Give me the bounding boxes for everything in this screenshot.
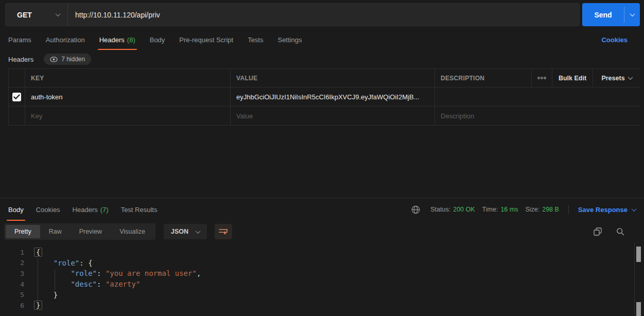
- presets-label: Presets: [601, 75, 624, 82]
- send-button-label: Send: [582, 3, 624, 26]
- tab-label: Settings: [277, 36, 302, 44]
- line-number: 3: [0, 270, 24, 277]
- code-line: 5 }: [0, 289, 644, 300]
- format-select[interactable]: JSON: [164, 224, 207, 239]
- method-select[interactable]: GET: [6, 4, 68, 26]
- time-badge[interactable]: Time: 16 ms: [482, 206, 518, 213]
- hidden-headers-label: 7 hidden: [61, 56, 85, 63]
- column-header-description: DESCRIPTION: [434, 69, 531, 87]
- value-placeholder: Value: [236, 112, 253, 120]
- eye-icon: [50, 57, 58, 62]
- headers-section-bar: Headers 7 hidden: [0, 50, 644, 68]
- response-tab-cookies[interactable]: Cookies: [36, 198, 60, 221]
- size-value: 298 B: [542, 206, 559, 213]
- code-text: }: [24, 291, 58, 299]
- code-line: 6}: [0, 300, 644, 311]
- tab-label: Headers: [99, 36, 125, 44]
- code-line: 4 "desc": "azerty": [0, 279, 644, 290]
- status-label: Status:: [430, 206, 450, 213]
- view-mode-segmented-control: PrettyRawPreviewVisualize: [4, 223, 155, 240]
- request-tab-body[interactable]: Body: [150, 29, 165, 50]
- code-text: "role": "you are normal user",: [24, 269, 201, 277]
- send-button[interactable]: Send: [582, 3, 640, 26]
- tab-label: Cookies: [36, 206, 60, 214]
- response-tab-test-results[interactable]: Test Results: [121, 198, 158, 221]
- line-number: 5: [0, 291, 24, 299]
- scrollbar-thumb[interactable]: [636, 247, 641, 262]
- new-value-field[interactable]: Value: [230, 107, 434, 125]
- wrap-text-icon: [219, 228, 228, 235]
- size-label: Size:: [525, 206, 539, 213]
- view-tab-visualize[interactable]: Visualize: [111, 225, 154, 238]
- tab-count-badge: (7): [100, 206, 109, 214]
- code-line: 2 "role": {: [0, 258, 644, 269]
- checkmark-icon: [13, 94, 20, 100]
- tab-label: Body: [150, 36, 165, 44]
- presets-button[interactable]: Presets: [593, 69, 640, 87]
- search-button[interactable]: [616, 227, 624, 236]
- request-tab-pre-request-script[interactable]: Pre-request Script: [179, 29, 233, 50]
- status-badge[interactable]: Status: 200 OK: [430, 206, 475, 213]
- tab-label: Pre-request Script: [179, 36, 233, 44]
- chevron-down-icon: [628, 75, 633, 80]
- panel-gap: [0, 126, 644, 198]
- code-text: }: [24, 301, 42, 309]
- hidden-headers-toggle[interactable]: 7 hidden: [44, 54, 91, 65]
- headers-section-title: Headers: [8, 56, 33, 63]
- tab-label: Headers: [73, 206, 98, 214]
- fold-marker-icon[interactable]: {: [34, 248, 42, 257]
- save-response-button[interactable]: Save Response: [578, 206, 638, 214]
- new-key-field[interactable]: Key: [25, 107, 230, 125]
- copy-button[interactable]: [594, 227, 602, 236]
- response-tab-bar: BodyCookiesHeaders(7)Test Results Status…: [0, 198, 644, 221]
- select-all-cell: [9, 69, 25, 87]
- code-line: 1{: [0, 247, 644, 258]
- headers-table-header: KEY VALUE DESCRIPTION Bulk Edit Presets: [9, 69, 640, 87]
- cookies-link[interactable]: Cookies: [601, 36, 628, 44]
- request-tab-headers[interactable]: Headers(8): [99, 29, 135, 50]
- tab-label: Tests: [248, 36, 263, 44]
- url-input[interactable]: [68, 4, 579, 26]
- copy-icon: [594, 227, 602, 236]
- more-options-button[interactable]: [531, 69, 552, 87]
- row-checkbox-cell: [9, 87, 25, 106]
- search-icon: [616, 227, 624, 236]
- tab-count-badge: (8): [127, 36, 135, 44]
- response-tab-headers[interactable]: Headers(7): [73, 198, 109, 221]
- code-line: 3 "role": "you are normal user",: [0, 268, 644, 279]
- bulk-edit-button[interactable]: Bulk Edit: [552, 69, 593, 87]
- header-key-value: auth-token: [31, 93, 62, 101]
- new-description-field[interactable]: Description: [434, 107, 640, 125]
- response-tab-body[interactable]: Body: [8, 198, 24, 221]
- size-badge[interactable]: Size: 298 B: [525, 206, 559, 213]
- request-tab-params[interactable]: Params: [8, 29, 31, 50]
- request-tab-settings[interactable]: Settings: [277, 29, 302, 50]
- request-tab-tests[interactable]: Tests: [248, 29, 263, 50]
- line-number: 4: [0, 280, 24, 288]
- header-value-field[interactable]: eyJhbGciOiJIUzI1NiIsInR5cCI6IkpXVCJ9.eyJ…: [230, 87, 434, 106]
- indent-guide: [55, 269, 55, 290]
- view-tab-raw[interactable]: Raw: [40, 225, 71, 238]
- scrollbar-thumb[interactable]: [636, 302, 641, 316]
- fold-marker-icon[interactable]: }: [34, 301, 42, 310]
- view-tab-preview[interactable]: Preview: [71, 225, 111, 238]
- request-tab-authorization[interactable]: Authorization: [46, 29, 85, 50]
- table-row: auth-token eyJhbGciOiJIUzI1NiIsInR5cCI6I…: [9, 87, 640, 107]
- response-tabs: BodyCookiesHeaders(7)Test Results: [8, 198, 157, 221]
- format-label: JSON: [171, 228, 188, 235]
- request-tab-bar: ParamsAuthorizationHeaders(8)BodyPre-req…: [0, 29, 644, 50]
- code-lines: 1{2 "role": {3 "role": "you are normal u…: [0, 247, 644, 311]
- send-options-button[interactable]: [624, 3, 640, 26]
- chevron-down-icon: [56, 11, 61, 16]
- view-tab-pretty[interactable]: Pretty: [6, 225, 40, 238]
- tab-label: Authorization: [46, 36, 85, 44]
- tab-label: Params: [8, 36, 31, 44]
- wrap-text-button[interactable]: [215, 224, 232, 239]
- time-label: Time:: [482, 206, 498, 213]
- response-actions: [594, 227, 636, 236]
- row-checkbox[interactable]: [12, 93, 21, 101]
- header-key-field[interactable]: auth-token: [25, 87, 230, 106]
- header-description-field[interactable]: [434, 87, 640, 106]
- code-text: "desc": "azerty": [24, 280, 140, 288]
- column-header-key: KEY: [25, 69, 230, 87]
